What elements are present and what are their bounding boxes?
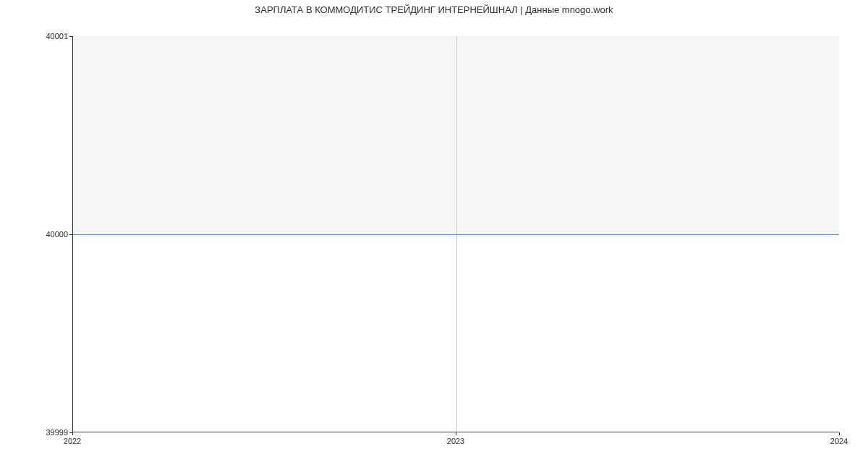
y-tick-label: 39999 (3, 428, 68, 437)
x-tick-label: 2023 (447, 437, 464, 445)
series-line-salary (73, 234, 839, 235)
x-tick-label: 2024 (830, 437, 848, 445)
x-tick-label: 2022 (64, 437, 81, 445)
y-tick-label: 40001 (3, 32, 68, 40)
chart-container: ЗАРПЛАТА В КОММОДИТИС ТРЕЙДИНГ ИНТЕРНЕЙШ… (0, 0, 868, 470)
x-tick-mark (72, 432, 73, 435)
plot-area (72, 36, 839, 432)
y-tick-label: 40000 (3, 230, 68, 239)
x-tick-mark (839, 432, 840, 435)
chart-title: ЗАРПЛАТА В КОММОДИТИС ТРЕЙДИНГ ИНТЕРНЕЙШ… (0, 4, 868, 15)
x-tick-mark (456, 432, 456, 435)
